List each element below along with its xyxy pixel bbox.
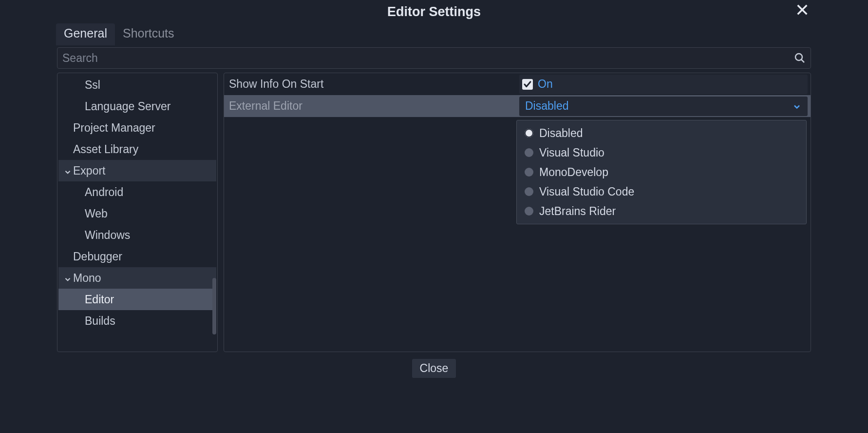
external-editor-dropdown[interactable]: Disabled — [519, 97, 808, 116]
svg-line-3 — [801, 59, 804, 62]
show-info-checkbox[interactable]: On — [519, 75, 808, 94]
tree-item-label: Windows — [58, 229, 130, 242]
tree-item-editor[interactable]: Editor — [58, 289, 216, 310]
search-input[interactable] — [62, 52, 794, 65]
dropdown-selected: Disabled — [525, 99, 569, 113]
tree-item-asset-library[interactable]: Asset Library — [58, 138, 216, 160]
chevron-down-icon — [792, 101, 802, 111]
tree-item-label: Ssl — [58, 79, 100, 92]
dropdown-option[interactable]: MonoDevelop — [519, 162, 804, 182]
dropdown-option-label: Visual Studio Code — [539, 185, 634, 198]
dropdown-option[interactable]: Visual Studio Code — [519, 182, 804, 201]
tree-item-ssl[interactable]: Ssl — [58, 74, 216, 96]
tree-item-label: Project Manager — [58, 121, 155, 135]
close-icon[interactable] — [795, 3, 809, 17]
tab-general[interactable]: General — [56, 23, 115, 45]
radio-icon — [525, 187, 533, 196]
tree-item-debugger[interactable]: Debugger — [58, 246, 216, 267]
window-title: Editor Settings — [387, 4, 481, 20]
checkmark-icon — [522, 79, 533, 90]
editor-settings-window: Editor Settings General Shortcuts SslLan… — [54, 0, 814, 381]
tree-item-web[interactable]: Web — [58, 203, 216, 224]
dropdown-option[interactable]: Disabled — [519, 123, 804, 143]
radio-icon — [525, 207, 533, 216]
tree-item-language-server[interactable]: Language Server — [58, 96, 216, 117]
radio-icon — [525, 129, 533, 138]
tab-shortcuts[interactable]: Shortcuts — [115, 23, 182, 45]
chevron-down-icon — [63, 166, 72, 175]
tabs: General Shortcuts — [54, 23, 814, 45]
chevron-down-icon — [63, 274, 72, 282]
close-button[interactable]: Close — [412, 359, 456, 378]
prop-label: Show Info On Start — [224, 78, 516, 91]
prop-show-info-on-start: Show Info On Start On — [224, 73, 811, 95]
tree-item-label: Asset Library — [58, 143, 138, 156]
svg-point-2 — [795, 54, 802, 60]
tree-item-builds[interactable]: Builds — [58, 310, 216, 332]
search-wrap — [54, 45, 814, 72]
search-bar[interactable] — [57, 47, 811, 69]
tree-item-label: Debugger — [58, 250, 122, 263]
footer: Close — [54, 355, 814, 381]
prop-external-editor: External Editor Disabled — [224, 95, 811, 117]
tree-item-export[interactable]: Export — [58, 160, 216, 181]
dropdown-option[interactable]: JetBrains Rider — [519, 201, 804, 221]
category-tree[interactable]: SslLanguage ServerProject ManagerAsset L… — [57, 73, 218, 352]
dropdown-option-label: Disabled — [539, 127, 583, 140]
tree-item-mono[interactable]: Mono — [58, 267, 216, 289]
dropdown-option-label: JetBrains Rider — [539, 205, 616, 218]
titlebar: Editor Settings — [54, 0, 814, 23]
radio-icon — [525, 148, 533, 157]
search-icon — [794, 52, 806, 64]
tree-item-label: Android — [58, 186, 123, 199]
tree-item-label: Editor — [58, 293, 114, 306]
dropdown-option[interactable]: Visual Studio — [519, 143, 804, 162]
prop-label: External Editor — [224, 99, 516, 113]
tree-item-project-manager[interactable]: Project Manager — [58, 117, 216, 138]
radio-icon — [525, 168, 533, 177]
properties-panel: Show Info On Start On External Editor — [224, 73, 811, 352]
tree-item-label: Builds — [58, 315, 115, 328]
tree-item-android[interactable]: Android — [58, 181, 216, 203]
tree-item-label: Web — [58, 207, 108, 220]
external-editor-options[interactable]: DisabledVisual StudioMonoDevelopVisual S… — [516, 120, 807, 224]
dropdown-option-label: MonoDevelop — [539, 166, 608, 179]
on-label: On — [538, 78, 553, 91]
sidebar-scrollbar[interactable] — [212, 278, 216, 335]
tree-item-windows[interactable]: Windows — [58, 224, 216, 246]
tree-item-label: Language Server — [58, 100, 170, 113]
dropdown-option-label: Visual Studio — [539, 146, 604, 159]
